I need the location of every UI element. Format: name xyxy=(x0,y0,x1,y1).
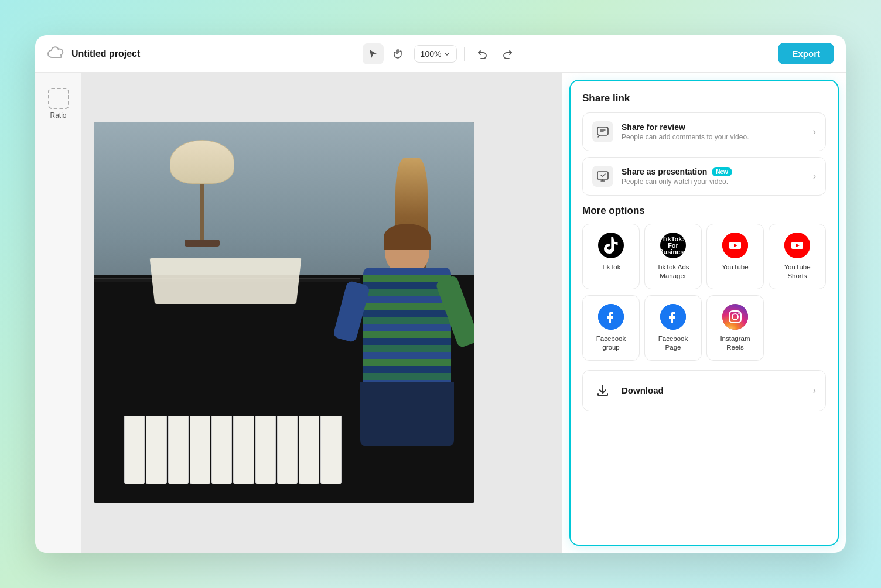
lamp-base xyxy=(185,240,220,247)
lamp-stem xyxy=(200,184,204,242)
svg-point-6 xyxy=(722,304,748,330)
facebook-group-logo xyxy=(598,304,624,330)
download-card[interactable]: Download › xyxy=(582,370,826,411)
white-key xyxy=(255,416,276,484)
share-presentation-title: Share as presentation New xyxy=(622,167,805,176)
share-presentation-desc: People can only watch your video. xyxy=(622,177,805,186)
facebook-page-label: Facebook Page xyxy=(650,334,696,352)
facebook-group-option[interactable]: Facebook group xyxy=(582,295,640,361)
download-chevron: › xyxy=(813,385,816,396)
zoom-value: 100% xyxy=(421,49,442,59)
white-key xyxy=(211,416,232,484)
person-figure xyxy=(351,224,463,446)
youtube-shorts-logo xyxy=(784,233,810,258)
app-window: Untitled project 100% xyxy=(35,35,846,553)
instagram-reels-logo xyxy=(722,304,748,330)
pants xyxy=(360,382,454,446)
share-review-desc: People can add comments to your video. xyxy=(622,133,805,141)
main-content: Ratio xyxy=(35,73,846,553)
sidebar-item-ratio[interactable]: Ratio xyxy=(40,82,77,125)
header-left: Untitled project xyxy=(47,45,309,63)
ratio-label: Ratio xyxy=(50,111,66,119)
svg-rect-1 xyxy=(597,172,608,179)
white-key xyxy=(277,416,298,484)
canvas-image xyxy=(94,122,474,503)
svg-point-2 xyxy=(722,233,748,258)
header-center: 100% xyxy=(309,43,572,64)
undo-button[interactable] xyxy=(472,43,493,64)
svg-rect-0 xyxy=(597,127,608,135)
white-key xyxy=(299,416,319,484)
share-for-review-card[interactable]: Share for review People can add comments… xyxy=(582,112,826,151)
left-sidebar: Ratio xyxy=(35,73,82,553)
youtube-shorts-label: YouTube Shorts xyxy=(774,263,821,281)
share-presentation-card[interactable]: Share as presentation New People can onl… xyxy=(582,157,826,196)
platform-grid-row2: Facebook group Facebook Page xyxy=(582,295,826,361)
platform-grid-row1: TikTok TikTok:ForBusiness TikTok Ads Man… xyxy=(582,224,826,289)
youtube-logo xyxy=(722,233,748,258)
more-options-title: More options xyxy=(582,205,826,217)
header-divider xyxy=(464,47,465,61)
download-label: Download xyxy=(622,385,805,395)
hair xyxy=(384,224,431,250)
svg-point-3 xyxy=(784,233,810,258)
white-key xyxy=(320,416,341,484)
share-review-icon xyxy=(592,121,613,142)
tiktok-ads-logo: TikTok:ForBusiness xyxy=(660,233,686,258)
youtube-option[interactable]: YouTube xyxy=(706,224,764,289)
facebook-page-logo xyxy=(660,304,686,330)
youtube-label: YouTube xyxy=(722,263,748,272)
canvas-area xyxy=(82,73,562,553)
instagram-reels-label: Instagram Reels xyxy=(712,334,759,352)
lamp-shade xyxy=(170,140,234,184)
white-key xyxy=(146,416,166,484)
share-presentation-text: Share as presentation New People can onl… xyxy=(622,167,805,186)
white-key xyxy=(124,416,145,484)
download-icon xyxy=(592,380,613,401)
tiktok-ads-option[interactable]: TikTok:ForBusiness TikTok Ads Manager xyxy=(644,224,702,289)
facebook-page-option[interactable]: Facebook Page xyxy=(644,295,702,361)
white-key xyxy=(168,416,189,484)
piano-scene xyxy=(94,122,474,503)
piano-keys-row xyxy=(124,416,342,484)
header: Untitled project 100% xyxy=(35,35,846,73)
redo-button[interactable] xyxy=(497,43,518,64)
export-button[interactable]: Export xyxy=(778,43,834,64)
youtube-shorts-option[interactable]: YouTube Shorts xyxy=(769,224,826,289)
sheet-music xyxy=(150,258,302,304)
tiktok-label: TikTok xyxy=(602,263,621,272)
new-badge: New xyxy=(712,167,732,176)
share-presentation-chevron: › xyxy=(813,171,816,182)
tiktok-option[interactable]: TikTok xyxy=(582,224,640,289)
share-presentation-icon xyxy=(592,166,613,187)
header-right: Export xyxy=(572,43,834,64)
svg-point-9 xyxy=(738,312,740,314)
panel-scroll-area: Share link Share for review People can a… xyxy=(571,81,838,545)
white-key xyxy=(233,416,254,484)
hand-tool-button[interactable] xyxy=(388,43,409,64)
instagram-reels-option[interactable]: Instagram Reels xyxy=(706,295,764,361)
project-title: Untitled project xyxy=(71,49,140,59)
ratio-icon xyxy=(48,88,69,109)
cursor-tool-button[interactable] xyxy=(363,43,384,64)
share-review-title: Share for review xyxy=(622,122,805,132)
tiktok-ads-text: TikTok:ForBusiness xyxy=(659,236,688,255)
tiktok-logo xyxy=(598,233,624,258)
tiktok-ads-label: TikTok Ads Manager xyxy=(650,263,696,281)
facebook-group-label: Facebook group xyxy=(588,334,634,352)
share-link-title: Share link xyxy=(582,93,826,104)
share-review-chevron: › xyxy=(813,127,816,137)
white-key xyxy=(190,416,210,484)
share-review-text: Share for review People can add comments… xyxy=(622,122,805,141)
zoom-dropdown[interactable]: 100% xyxy=(414,45,457,63)
share-panel: Share link Share for review People can a… xyxy=(569,80,839,546)
cloud-icon xyxy=(47,45,66,63)
